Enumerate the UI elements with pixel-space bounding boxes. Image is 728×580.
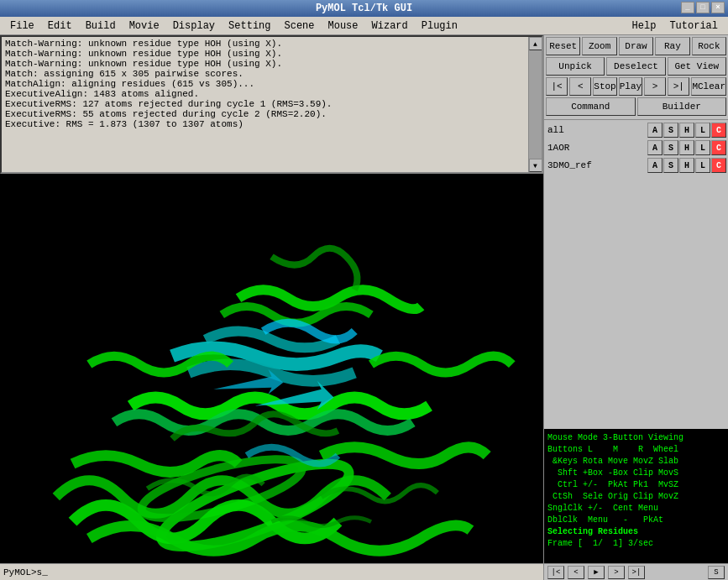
object-name-3dmo: 3DMO_ref: [546, 160, 647, 170]
object-row-1aor: 1AOR A S H L C: [546, 139, 726, 156]
info-line-2: Buttons L M R Wheel: [547, 444, 725, 456]
info-line-5: Ctrl +/- PkAt Pk1 MvSZ: [547, 479, 725, 491]
object-3dmo-btn-c[interactable]: C: [711, 158, 726, 173]
info-selecting: Selecting Residues: [547, 526, 725, 538]
object-all-btn-c[interactable]: C: [711, 123, 726, 138]
rock-button[interactable]: Rock: [692, 37, 726, 55]
object-1aor-btn-s[interactable]: S: [663, 140, 678, 155]
object-1aor-btn-a[interactable]: A: [647, 140, 663, 155]
menu-mouse[interactable]: Mouse: [322, 18, 365, 34]
unpick-button[interactable]: Unpick: [546, 57, 605, 76]
right-panel: Reset Zoom Draw Ray Rock Unpick Deselect…: [543, 35, 728, 580]
viewer-area[interactable]: [0, 174, 543, 563]
info-line-4: Shft +Box -Box Clip MovS: [547, 468, 725, 479]
object-list: all A S H L C 1AOR A S H L C 3DMO_ref A …: [544, 120, 728, 276]
status-next-button[interactable]: >: [608, 566, 625, 579]
object-1aor-btn-l[interactable]: L: [695, 140, 710, 155]
object-1aor-btn-c[interactable]: C: [711, 140, 726, 155]
first-frame-button[interactable]: |<: [546, 77, 568, 96]
controls-row-4: Command Builder: [546, 97, 726, 116]
object-all-btn-a[interactable]: A: [647, 123, 663, 138]
log-line-3: Match-Warning: unknown residue type HOH …: [5, 59, 525, 69]
play-button[interactable]: Play: [619, 77, 642, 96]
log-line-9: Executive: RMS = 1.873 (1307 to 1307 ato…: [5, 119, 525, 129]
info-line-6: CtSh Sele Orig Clip MovZ: [547, 491, 725, 503]
window-title: PyMOL Tcl/Tk GUI: [316, 3, 412, 14]
protein-visualization: [0, 174, 543, 563]
prev-frame-button[interactable]: <: [569, 77, 591, 96]
status-s-button[interactable]: S: [708, 566, 725, 579]
object-row-3dmo: 3DMO_ref A S H L C: [546, 157, 726, 174]
status-prev-button[interactable]: <: [568, 566, 584, 579]
menu-bar: File Edit Build Movie Display Setting Sc…: [0, 17, 728, 35]
info-line-1: Mouse Mode 3-Button Viewing: [547, 432, 725, 444]
command-prompt: PyMOL>s_: [3, 567, 48, 577]
command-line[interactable]: PyMOL>s_: [0, 563, 543, 580]
get-view-button[interactable]: Get View: [668, 57, 726, 76]
log-line-6: ExecutiveAlign: 1483 atoms aligned.: [5, 89, 525, 99]
object-3dmo-btn-h[interactable]: H: [679, 158, 694, 173]
status-first-button[interactable]: |<: [547, 566, 564, 579]
controls-area: Reset Zoom Draw Ray Rock Unpick Deselect…: [544, 35, 728, 119]
ray-button[interactable]: Ray: [655, 37, 689, 55]
object-row-all: all A S H L C: [546, 122, 726, 138]
menu-scene[interactable]: Scene: [278, 18, 322, 34]
title-bar: PyMOL Tcl/Tk GUI _ □ ×: [0, 0, 728, 17]
window-controls[interactable]: _ □ ×: [681, 2, 725, 13]
log-line-7: ExecutiveRMS: 127 atoms rejected during …: [5, 99, 525, 109]
menu-file[interactable]: File: [3, 18, 41, 34]
log-line-8: ExecutiveRMS: 55 atoms rejected during c…: [5, 109, 525, 119]
maximize-button[interactable]: □: [696, 2, 710, 13]
draw-button[interactable]: Draw: [619, 37, 653, 55]
status-bar: |< < ▶ > >| S: [544, 563, 728, 580]
log-line-5: MatchAlign: aligning residues (615 vs 30…: [5, 79, 525, 89]
last-frame-button[interactable]: >|: [668, 77, 689, 96]
controls-row-2: Unpick Deselect Get View: [546, 57, 726, 76]
close-button[interactable]: ×: [711, 2, 725, 13]
mclear-button[interactable]: MClear: [691, 77, 726, 96]
builder-button[interactable]: Builder: [637, 97, 727, 116]
menu-plugin[interactable]: Plugin: [415, 18, 464, 34]
object-all-btn-l[interactable]: L: [695, 123, 710, 138]
scroll-track[interactable]: [529, 50, 542, 159]
menu-help[interactable]: Help: [626, 18, 663, 34]
menu-build[interactable]: Build: [79, 18, 123, 34]
controls-row-1: Reset Zoom Draw Ray Rock: [546, 37, 726, 55]
object-name-all: all: [546, 125, 647, 135]
left-panel: Match-Warning: unknown residue type HOH …: [0, 35, 543, 580]
object-1aor-btn-h[interactable]: H: [679, 140, 694, 155]
menu-display[interactable]: Display: [166, 18, 222, 34]
log-line-4: Match: assigning 615 x 305 pairwise scor…: [5, 69, 525, 79]
scroll-up-button[interactable]: ▲: [529, 37, 542, 50]
info-line-3: &Keys Rota Move MovZ Slab: [547, 456, 725, 468]
text-scrollbar[interactable]: ▲ ▼: [528, 37, 542, 172]
scroll-down-button[interactable]: ▼: [529, 159, 542, 172]
info-panel: Mouse Mode 3-Button Viewing Buttons L M …: [544, 429, 728, 563]
next-frame-button[interactable]: >: [644, 77, 666, 96]
text-content-area: Match-Warning: unknown residue type HOH …: [2, 37, 528, 172]
log-line-1: Match-Warning: unknown residue type HOH …: [5, 39, 525, 49]
command-button[interactable]: Command: [546, 97, 636, 116]
menu-edit[interactable]: Edit: [41, 18, 79, 34]
minimize-button[interactable]: _: [681, 2, 694, 13]
menu-tutorial[interactable]: Tutorial: [663, 18, 725, 34]
object-all-btn-h[interactable]: H: [679, 123, 694, 138]
menu-wizard[interactable]: Wizard: [365, 18, 415, 34]
zoom-button[interactable]: Zoom: [582, 37, 616, 55]
info-line-8: DblClk Menu - PkAt: [547, 515, 725, 526]
object-3dmo-btn-a[interactable]: A: [647, 158, 663, 173]
reset-button[interactable]: Reset: [546, 37, 580, 55]
deselect-button[interactable]: Deselect: [606, 57, 665, 76]
object-3dmo-btn-l[interactable]: L: [695, 158, 710, 173]
status-last-button[interactable]: >|: [628, 566, 645, 579]
object-all-btn-s[interactable]: S: [663, 123, 678, 138]
object-name-1aor: 1AOR: [546, 143, 647, 153]
menu-setting[interactable]: Setting: [222, 18, 277, 34]
log-line-2: Match-Warning: unknown residue type HOH …: [5, 49, 525, 59]
text-output: Match-Warning: unknown residue type HOH …: [0, 35, 543, 174]
status-play-button[interactable]: ▶: [588, 566, 605, 579]
main-content: Match-Warning: unknown residue type HOH …: [0, 35, 728, 580]
object-3dmo-btn-s[interactable]: S: [663, 158, 678, 173]
stop-button[interactable]: Stop: [593, 77, 616, 96]
menu-movie[interactable]: Movie: [123, 18, 166, 34]
